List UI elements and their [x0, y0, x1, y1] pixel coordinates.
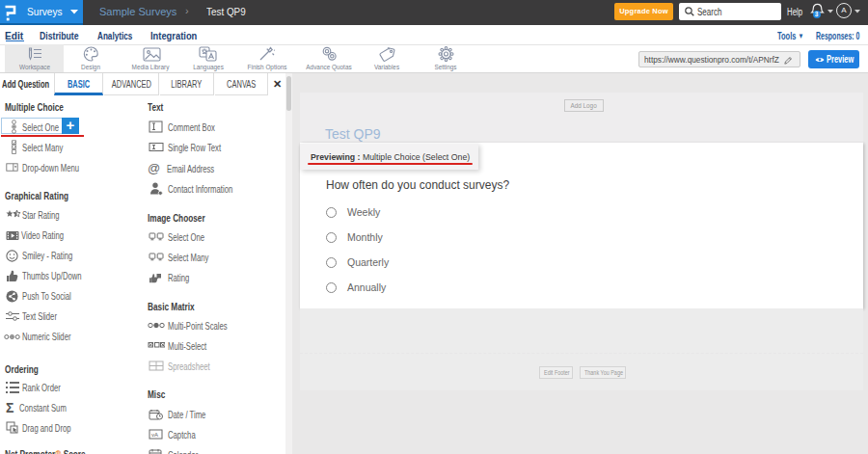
svg-text:vA: vA [151, 432, 158, 438]
